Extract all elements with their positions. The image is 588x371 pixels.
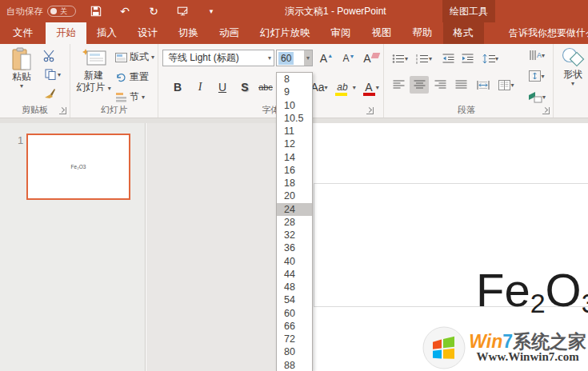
shapes-dropdown-arrow[interactable]: ▾ xyxy=(571,81,574,86)
font-size-option[interactable]: 24 xyxy=(277,203,312,216)
clear-formatting-button[interactable]: A xyxy=(362,50,381,67)
ribbon-tab[interactable]: 审阅 xyxy=(321,22,362,44)
copy-dropdown-arrow[interactable]: ▾ xyxy=(58,72,61,78)
highlight-color-button[interactable]: ab ▾ xyxy=(334,78,358,96)
layout-button[interactable]: 版式 ▾ xyxy=(115,50,154,64)
ribbon-tab[interactable]: 格式 xyxy=(443,22,484,44)
font-size-option[interactable]: 20 xyxy=(277,189,312,202)
font-color-button[interactable]: A ▾ xyxy=(360,78,384,96)
font-size-option[interactable]: 14 xyxy=(277,151,312,164)
font-size-option[interactable]: 32 xyxy=(277,229,312,241)
font-size-option[interactable]: 8 xyxy=(277,73,312,86)
align-text-button[interactable]: ▾ xyxy=(523,67,550,85)
paste-button[interactable]: 粘贴 ▾ xyxy=(6,47,37,89)
numbering-button[interactable]: ▾ xyxy=(413,50,435,67)
font-size-option[interactable]: 11 xyxy=(277,125,312,138)
font-size-option[interactable]: 72 xyxy=(277,333,312,345)
columns-arrow: ▾ xyxy=(510,82,514,88)
layout-dropdown-arrow: ▾ xyxy=(151,54,154,60)
watermark-url: Www.Winwin7.com xyxy=(477,351,579,364)
text-direction-button[interactable]: A ▾ xyxy=(523,46,550,64)
font-size-option[interactable]: 54 xyxy=(277,293,312,306)
tell-me-search[interactable]: 告诉我你想要做什么 xyxy=(496,22,588,44)
font-name-combo[interactable]: 等线 Light (标题) ▾ xyxy=(162,50,274,66)
save-icon[interactable] xyxy=(87,2,105,20)
ribbon-tab[interactable]: 动画 xyxy=(209,22,250,44)
paste-dropdown-arrow[interactable]: ▾ xyxy=(20,83,23,89)
start-slideshow-icon[interactable] xyxy=(174,2,191,20)
align-right-button[interactable] xyxy=(430,76,450,94)
font-size-option[interactable]: 16 xyxy=(277,164,312,177)
font-name-dropdown-arrow[interactable]: ▾ xyxy=(266,54,274,62)
autosave-switch[interactable]: 关 xyxy=(47,6,76,17)
font-dialog-launcher-icon[interactable] xyxy=(366,107,374,114)
section-button[interactable]: 节 ▾ xyxy=(115,90,145,104)
decrease-indent-button[interactable] xyxy=(438,50,458,67)
font-size-option[interactable]: 12 xyxy=(277,138,312,150)
ribbon-tab[interactable]: 幻灯片放映 xyxy=(250,22,321,44)
bullets-button[interactable]: ▾ xyxy=(389,50,411,67)
new-slide-dropdown-arrow[interactable]: ▾ xyxy=(108,85,111,92)
slide-thumbnail[interactable]: Fe₂O3 xyxy=(26,134,130,200)
column-width-button[interactable] xyxy=(474,76,493,94)
redo-icon[interactable]: ↻ xyxy=(145,2,162,20)
font-size-option[interactable]: 60 xyxy=(277,307,312,320)
new-slide-button[interactable]: 新建 幻灯片 ▾ xyxy=(75,47,112,94)
align-left-button[interactable] xyxy=(389,76,408,94)
group-font: 等线 Light (标题) ▾ 60 ▾ A▲ A▼ A B I U S abc… xyxy=(158,44,384,118)
slide-thumbnail-panel[interactable]: 1 Fe₂O3 xyxy=(0,123,146,371)
bullets-arrow: ▾ xyxy=(405,56,408,62)
slide-title-text[interactable]: Fe2O3 xyxy=(476,263,588,317)
font-size-dropdown-arrow[interactable]: ▾ xyxy=(304,50,312,66)
customize-qat-chevron-icon[interactable]: ▾ xyxy=(202,2,220,20)
text-shadow-button[interactable]: S xyxy=(235,78,254,96)
font-size-combo[interactable]: 60 ▾ xyxy=(276,50,313,66)
font-size-option[interactable]: 40 xyxy=(277,255,312,268)
font-size-dropdown-list[interactable]: 8 9 10 10.5 11 12 14 16 18 20 24 28 32 3… xyxy=(276,72,313,371)
group-slides: 新建 幻灯片 ▾ 版式 ▾ 重置 节 ▾ 幻灯片 xyxy=(70,44,158,118)
ribbon-tab[interactable]: 帮助 xyxy=(402,22,443,44)
strikethrough-button[interactable]: abc xyxy=(256,78,275,96)
align-left-icon xyxy=(393,80,405,90)
font-size-option[interactable]: 44 xyxy=(277,268,312,281)
ribbon-tab[interactable]: 插入 xyxy=(86,22,127,44)
increase-indent-button[interactable] xyxy=(458,50,477,67)
font-size-option[interactable]: 10.5 xyxy=(277,112,312,125)
ribbon-tab[interactable]: 设计 xyxy=(127,22,168,44)
new-slide-label-line2: 幻灯片 xyxy=(76,82,105,93)
font-size-option[interactable]: 48 xyxy=(277,281,312,293)
font-size-option[interactable]: 10 xyxy=(277,99,312,112)
bold-button[interactable]: B xyxy=(168,78,187,96)
columns-button[interactable]: ▾ xyxy=(494,76,518,94)
reset-button[interactable]: 重置 xyxy=(115,70,149,84)
ribbon-tab[interactable]: 视图 xyxy=(362,22,402,44)
ribbon-tab[interactable]: 文件 xyxy=(0,22,46,44)
copy-button[interactable]: ▾ xyxy=(40,66,66,83)
clipboard-dialog-launcher-icon[interactable] xyxy=(59,107,66,114)
font-size-option[interactable]: 88 xyxy=(277,359,312,371)
italic-button[interactable]: I xyxy=(190,78,210,96)
convert-to-smartart-button[interactable]: ▾ xyxy=(523,88,550,106)
autosave-toggle[interactable]: 自动保存 关 xyxy=(6,6,76,18)
font-size-option[interactable]: 80 xyxy=(277,345,312,358)
line-spacing-button[interactable]: ▾ xyxy=(478,50,502,67)
shapes-button[interactable]: 形状 ▾ xyxy=(558,47,587,86)
ribbon-tab[interactable]: 开始 xyxy=(46,22,86,44)
font-size-option[interactable]: 28 xyxy=(277,216,312,229)
cut-button[interactable] xyxy=(40,47,59,65)
format-painter-button[interactable] xyxy=(40,84,59,102)
line-spacing-icon xyxy=(482,54,495,64)
font-size-option[interactable]: 66 xyxy=(277,320,312,333)
numbering-arrow: ▾ xyxy=(429,56,432,62)
undo-icon[interactable]: ↶ xyxy=(116,2,134,20)
font-size-option[interactable]: 36 xyxy=(277,241,312,254)
decrease-font-size-button[interactable]: A▼ xyxy=(339,50,358,67)
align-center-button[interactable] xyxy=(410,76,429,94)
ribbon-tab[interactable]: 切换 xyxy=(168,22,209,44)
increase-font-size-button[interactable]: A▲ xyxy=(317,50,336,67)
font-size-option[interactable]: 18 xyxy=(277,177,312,189)
paragraph-dialog-launcher-icon[interactable] xyxy=(542,107,550,114)
underline-button[interactable]: U xyxy=(213,78,232,96)
font-size-option[interactable]: 9 xyxy=(277,86,312,98)
justify-button[interactable] xyxy=(451,76,470,94)
